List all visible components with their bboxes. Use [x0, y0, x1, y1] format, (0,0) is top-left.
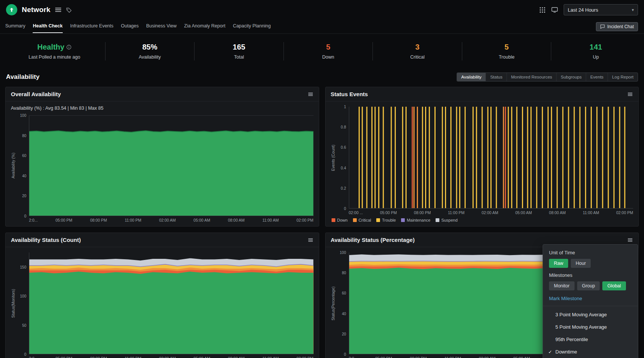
- y-axis-title: Availability (%): [11, 115, 17, 216]
- panel-header: Overall Availability: [6, 87, 319, 101]
- stat-label: Availability: [109, 54, 192, 60]
- y-tick-label: 60: [22, 154, 26, 158]
- stat-critical[interactable]: 3Critical: [373, 42, 462, 60]
- nav-tab-health-check[interactable]: Health Check: [33, 20, 62, 33]
- apps-grid-icon[interactable]: [539, 7, 546, 13]
- overall-availability-chart: [29, 116, 314, 216]
- nav-tab-infrastructure-events[interactable]: Infrastructure Events: [70, 20, 113, 33]
- chart-area: Events (Count) 00.20.40.60.81: [331, 103, 633, 208]
- panel-body: Events (Count) 00.20.40.60.81 02:00 ...0…: [326, 101, 639, 226]
- section-tab-subgroups[interactable]: Subgroups: [557, 73, 586, 81]
- stat-last-polled-a-minute-ago[interactable]: HealthyLast Polled a minute ago: [4, 42, 106, 60]
- menu-item-downtime[interactable]: ✓Downtime: [543, 346, 638, 358]
- info-icon: [66, 43, 71, 51]
- unit-option-hour[interactable]: Hour: [571, 259, 591, 268]
- overall-availability-plot[interactable]: [29, 115, 314, 216]
- menu-item-label: 5 Point Moving Average: [555, 324, 607, 330]
- stat-label: Up: [554, 54, 637, 60]
- panel-status-events: Status Events Events (Count) 00.20.40.60…: [325, 87, 639, 227]
- milestone-option-monitor[interactable]: Monitor: [549, 281, 575, 290]
- x-tick-label: 08:00 AM: [228, 218, 244, 222]
- x-axis-labels: 2:0...05:00 PM08:00 PM11:00 PM02:00 AM05…: [29, 216, 314, 222]
- x-tick-label: 02:00 AM: [159, 218, 176, 222]
- stat-trouble[interactable]: 5Trouble: [462, 42, 552, 60]
- legend-item-down[interactable]: Down: [332, 218, 348, 222]
- stat-total[interactable]: 165Total: [195, 42, 284, 60]
- legend-item-suspend[interactable]: Suspend: [436, 218, 457, 222]
- x-tick-label: 2:0...: [29, 356, 38, 358]
- section-tab-log-report[interactable]: Log Report: [608, 73, 638, 81]
- nav-tabs-bar: SummaryHealth CheckInfrastructure Events…: [0, 20, 644, 34]
- y-axis-ticks: 050100150: [17, 252, 29, 354]
- x-tick-label: 08:00 PM: [90, 218, 107, 222]
- stats-row: HealthyLast Polled a minute ago85%Availa…: [0, 34, 644, 68]
- panel-options-icon[interactable]: [308, 91, 314, 97]
- panel-options-icon[interactable]: [308, 237, 314, 243]
- stat-up[interactable]: 141Up: [551, 42, 640, 60]
- hamburger-menu-icon[interactable]: [55, 6, 62, 13]
- x-tick-label: 11:00 AM: [583, 210, 599, 215]
- unit-option-raw[interactable]: Raw: [549, 259, 568, 268]
- nav-tab-zia-anomaly-report[interactable]: Zia Anomaly Report: [184, 20, 225, 33]
- x-tick-label: 02:00 AM: [479, 356, 495, 358]
- legend-label: Down: [337, 218, 348, 222]
- stat-label: Down: [287, 54, 370, 60]
- x-tick-label: 05:00 PM: [56, 218, 72, 222]
- x-tick-label: 08:00 PM: [410, 356, 427, 358]
- section-tabs: AvailabilityStatusMonitored ResourcesSub…: [457, 73, 638, 82]
- topbar-left: Network: [6, 4, 72, 15]
- stat-availability[interactable]: 85%Availability: [106, 42, 195, 60]
- availability-status-count-chart: [29, 252, 314, 354]
- checkmark-icon: ✓: [547, 349, 553, 355]
- stat-down[interactable]: 5Down: [284, 42, 373, 60]
- menu-item-95th-percentile[interactable]: 95th Percentile: [543, 333, 638, 346]
- tag-icon[interactable]: [66, 7, 72, 13]
- chart-area: Availability (%) 020406080100: [11, 112, 314, 216]
- menu-item-3-point-moving-average[interactable]: 3 Point Moving Average: [543, 308, 638, 321]
- x-tick-label: 05:00 AM: [513, 356, 530, 358]
- availability-status-count-plot[interactable]: [29, 252, 314, 354]
- legend-item-critical[interactable]: Critical: [353, 218, 371, 222]
- x-tick-label: 02:00 PM: [616, 210, 633, 215]
- legend-label: Critical: [359, 218, 371, 222]
- status-events-plot[interactable]: [349, 107, 633, 208]
- x-tick-label: 05:00 PM: [375, 356, 392, 358]
- y-tick-label: 0.6: [341, 145, 346, 150]
- milestone-option-group[interactable]: Group: [577, 281, 600, 290]
- nav-tab-business-view[interactable]: Business View: [146, 20, 176, 33]
- app-logo-icon[interactable]: [6, 4, 17, 15]
- stat-value: Healthy: [7, 43, 102, 51]
- overlay-menu-items: 3 Point Moving Average5 Point Moving Ave…: [543, 306, 638, 358]
- chart-area: Status(Monitors) 050100150: [11, 249, 314, 354]
- panel-options-icon[interactable]: [627, 237, 633, 243]
- mark-milestone-link[interactable]: Mark Milestone: [543, 295, 638, 306]
- y-tick-label: 50: [22, 323, 26, 327]
- unit-of-time-section: Unit of Time RawHour: [543, 250, 638, 272]
- stat-value: 165: [198, 43, 281, 51]
- nav-tab-outages[interactable]: Outages: [121, 20, 139, 33]
- panel-options-icon[interactable]: [627, 91, 633, 97]
- milestone-option-global[interactable]: Global: [602, 281, 626, 290]
- nav-tab-summary[interactable]: Summary: [5, 20, 25, 33]
- time-range-value: Last 24 Hours: [568, 7, 598, 13]
- monitor-icon[interactable]: [551, 6, 558, 13]
- y-axis-title: Status(Percentage): [331, 252, 337, 354]
- legend-item-trouble[interactable]: Trouble: [376, 218, 396, 222]
- legend-item-maintenance[interactable]: Maintenance: [401, 218, 430, 222]
- unit-of-time-label: Unit of Time: [549, 250, 632, 255]
- section-tab-status[interactable]: Status: [486, 73, 507, 81]
- x-tick-label: 08:00 PM: [90, 356, 107, 358]
- x-tick-label: 11:00 PM: [445, 356, 461, 358]
- y-axis-ticks: 00.20.40.60.81: [337, 107, 349, 208]
- menu-item-5-point-moving-average[interactable]: 5 Point Moving Average: [543, 321, 638, 333]
- incident-chat-button[interactable]: Incident Chat: [596, 22, 638, 31]
- time-range-dropdown[interactable]: Last 24 Hours ▾: [564, 4, 638, 15]
- section-tab-events[interactable]: Events: [586, 73, 608, 81]
- section-tab-availability[interactable]: Availability: [457, 73, 486, 81]
- status-events-chart: [349, 107, 633, 208]
- nav-tab-capacity-planning[interactable]: Capacity Planning: [233, 20, 271, 33]
- stat-value: 85%: [109, 43, 192, 51]
- x-tick-label: 02:00 AM: [159, 356, 176, 358]
- x-tick-label: 08:00 PM: [414, 210, 431, 215]
- section-tab-monitored-resources[interactable]: Monitored Resources: [507, 73, 557, 81]
